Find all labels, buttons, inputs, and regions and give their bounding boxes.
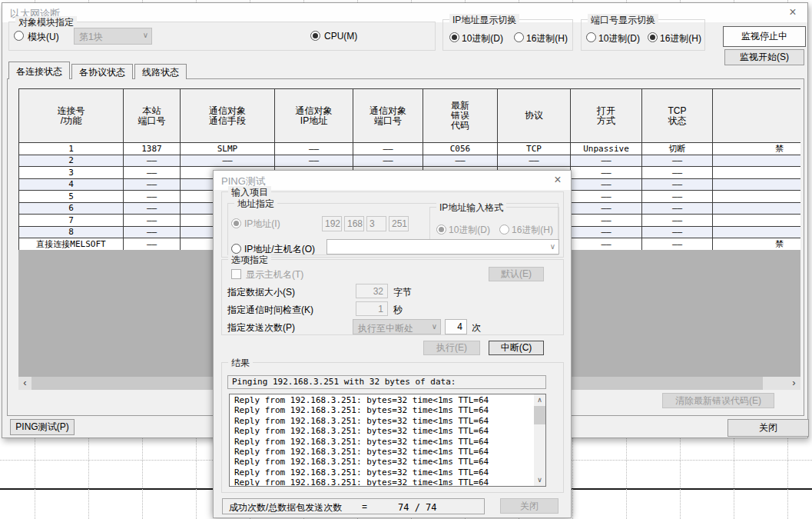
ip-address-radio[interactable] xyxy=(231,218,241,228)
host-name-combo[interactable]: ∨ xyxy=(326,239,559,255)
ping-reply-line: Reply from 192.168.3.251: bytes=32 time<… xyxy=(230,467,533,477)
show-hostname-checkbox[interactable] xyxy=(231,269,241,279)
table-cell: —— xyxy=(498,155,571,168)
ip-octet-field[interactable]: 168 xyxy=(344,216,364,231)
ip-address-radio-label: IP地址(I) xyxy=(244,218,280,231)
module-select[interactable]: 第1块 ∨ xyxy=(74,28,152,45)
ping-reply-line: Reply from 192.168.3.251: bytes=32 time<… xyxy=(230,426,533,436)
send-count-unit: 次 xyxy=(472,321,481,334)
success-count-label: 成功次数/总数据包发送次数 xyxy=(229,501,342,514)
ping-close-button[interactable]: 关闭 xyxy=(500,498,558,514)
ip-format-hex-label: 16进制(H) xyxy=(512,224,553,237)
ping-close-icon[interactable]: × xyxy=(549,172,566,188)
data-size-label: 指定数据大小(S) xyxy=(227,286,295,299)
close-icon[interactable]: × xyxy=(784,5,801,20)
timeout-field[interactable]: 1 xyxy=(356,301,388,316)
table-cell xyxy=(713,215,800,227)
ip-format-dec-radio[interactable] xyxy=(436,225,446,235)
monitor-start-button[interactable]: 监视开始(S) xyxy=(724,49,804,65)
scroll-left-icon[interactable]: ‹ xyxy=(18,377,31,390)
column-header: TCP 状态 xyxy=(642,89,713,143)
host-name-radio[interactable] xyxy=(231,244,241,254)
column-header: 本站 端口号 xyxy=(124,89,181,143)
table-row[interactable]: 11387SLMP————C056TCPUnpassive切断禁 xyxy=(19,143,800,155)
table-cell: 2 xyxy=(19,155,124,168)
scroll-down-icon[interactable]: ∨ xyxy=(534,474,545,486)
ip-display-dec-radio[interactable] xyxy=(449,32,459,42)
tab-2[interactable]: 各协议状态 xyxy=(71,64,133,79)
table-header-row: 连接号 /功能本站 端口号通信对象 通信手段通信对象 IP地址通信对象 端口号最… xyxy=(19,89,800,143)
table-cell: —— xyxy=(124,155,181,168)
ip-format-group: IP地址输入格式 10进制(D) 16进制(H) xyxy=(429,207,559,241)
default-button[interactable]: 默认(E) xyxy=(489,267,544,281)
table-cell: —— xyxy=(642,155,713,168)
table-cell: —— xyxy=(571,238,642,250)
port-display-dec-radio[interactable] xyxy=(586,32,596,42)
show-hostname-label: 显示主机名(T) xyxy=(246,268,303,281)
ping-reply-line: Reply from 192.168.3.251: bytes=32 time<… xyxy=(230,457,533,467)
interrupt-button[interactable]: 中断(C) xyxy=(489,341,544,355)
cpu-radio-label: CPU(M) xyxy=(324,31,357,42)
table-cell: 禁 xyxy=(713,238,800,250)
tab-1[interactable]: 各连接状态 xyxy=(8,62,70,79)
ping-reply-line: Reply from 192.168.3.251: bytes=32 time<… xyxy=(230,405,533,415)
table-cell: —— xyxy=(124,238,181,250)
table-cell: —— xyxy=(571,215,642,227)
ip-format-hex-radio[interactable] xyxy=(499,225,509,235)
cpu-radio[interactable] xyxy=(310,31,320,41)
table-cell: 3 xyxy=(19,167,124,179)
status-tabs: 各连接状态各协议状态线路状态 xyxy=(8,62,188,79)
clear-error-button[interactable]: 清除最新错误代码(E) xyxy=(662,393,774,408)
data-size-field[interactable]: 32 xyxy=(356,284,388,298)
port-display-hex-radio[interactable] xyxy=(648,32,658,42)
monitor-status-button[interactable]: 监视停止中 xyxy=(723,26,806,47)
address-group-label: 地址指定 xyxy=(234,198,277,211)
send-count-field[interactable]: 4 xyxy=(445,319,467,334)
ip-octet-field[interactable]: 251 xyxy=(389,216,409,231)
result-group-label: 结果 xyxy=(228,357,253,370)
module-radio-label: 模块(U) xyxy=(28,31,59,44)
option-group-label: 选项指定 xyxy=(228,254,271,267)
scroll-up-icon[interactable]: ∧ xyxy=(534,394,545,406)
execute-button[interactable]: 执行(E) xyxy=(423,341,480,355)
table-cell: —— xyxy=(275,143,353,155)
table-cell xyxy=(713,155,800,168)
table-cell: —— xyxy=(642,215,713,227)
vscroll-thumb[interactable] xyxy=(534,406,545,424)
table-cell: 5 xyxy=(19,191,124,203)
ip-display-hex-label: 16进制(H) xyxy=(526,32,568,45)
module-radio[interactable] xyxy=(14,31,24,41)
table-cell: 切断 xyxy=(642,143,713,155)
target-module-group: 对象模块指定 模块(U) 第1块 ∨ CPU(M) xyxy=(8,22,436,51)
module-select-value: 第1块 xyxy=(79,31,103,44)
chevron-down-icon: ∨ xyxy=(550,242,555,251)
ip-octet-field[interactable]: 192 xyxy=(322,216,342,231)
port-display-hex-label: 16进制(H) xyxy=(660,32,701,45)
table-cell: —— xyxy=(571,179,642,191)
table-cell: —— xyxy=(423,155,498,168)
table-cell: —— xyxy=(642,203,713,215)
table-cell: —— xyxy=(181,155,275,168)
ping-reply-line: Reply from 192.168.3.251: bytes=32 time<… xyxy=(230,447,533,457)
table-cell xyxy=(713,227,800,239)
table-cell: —— xyxy=(571,227,642,239)
table-cell: —— xyxy=(571,167,642,179)
table-cell: 1387 xyxy=(124,143,181,155)
success-equals: = xyxy=(362,501,367,512)
ping-result-list[interactable]: Reply from 192.168.3.251: bytes=32 time<… xyxy=(229,394,546,487)
scroll-right-icon[interactable]: › xyxy=(787,377,800,390)
main-close-button[interactable]: 关闭 xyxy=(727,419,809,437)
ip-display-hex-radio[interactable] xyxy=(514,32,524,42)
ip-octet-field[interactable]: 3 xyxy=(366,216,386,231)
table-cell: TCP xyxy=(498,143,571,155)
result-vertical-scrollbar[interactable]: ∧ ∨ xyxy=(534,394,545,486)
table-cell: —— xyxy=(124,167,181,179)
send-count-mode-select[interactable]: 执行至中断处 ∨ xyxy=(353,319,441,334)
ping-summary-text: Pinging 192.168.3.251 with 32 bytes of d… xyxy=(227,375,546,389)
table-row[interactable]: 2———————————————— xyxy=(19,155,800,168)
table-cell xyxy=(713,191,800,203)
column-header: 通信对象 通信手段 xyxy=(181,89,275,143)
column-header: 连接号 /功能 xyxy=(19,89,124,143)
ping-test-button[interactable]: PING测试(P) xyxy=(10,419,75,435)
tab-3[interactable]: 线路状态 xyxy=(134,64,187,79)
